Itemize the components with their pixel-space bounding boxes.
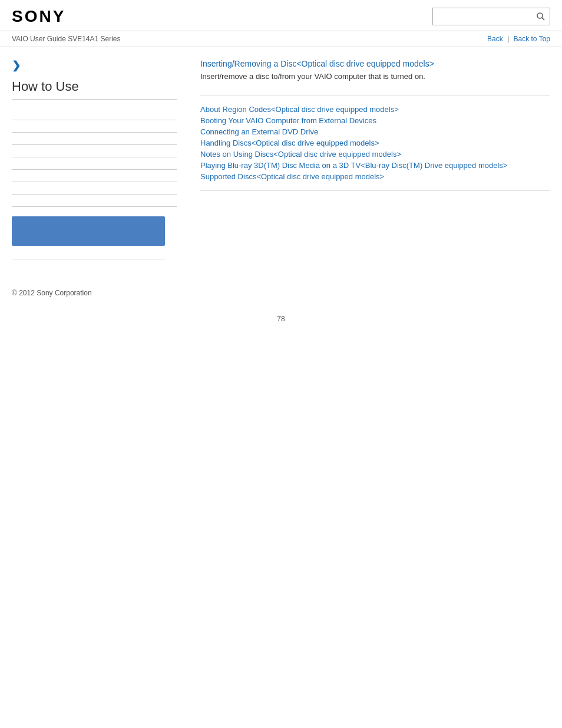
list-item: Connecting an External DVD Drive [200,127,550,136]
sidebar: ❯ How to Use [12,59,189,259]
search-icon [535,11,546,22]
sidebar-blue-box [12,216,165,246]
footer: © 2012 Sony Corporation [0,271,562,303]
guide-title: VAIO User Guide SVE14A1 Series [12,35,121,43]
list-item: Supported Discs<Optical disc drive equip… [200,172,550,181]
main-content-link[interactable]: Inserting/Removing a Disc<Optical disc d… [200,59,550,68]
sidebar-menu-item-6[interactable] [12,170,177,182]
sidebar-menu-item-2[interactable] [12,120,177,133]
content-link-4[interactable]: Handling Discs<Optical disc drive equipp… [200,139,379,147]
list-item: Booting Your VAIO Computer from External… [200,116,550,125]
sidebar-arrow[interactable]: ❯ [12,59,177,72]
search-box[interactable] [432,8,550,25]
sidebar-menu [12,108,177,207]
svg-point-0 [537,13,543,18]
sidebar-menu-item-1[interactable] [12,108,177,120]
sony-logo: SONY [12,7,65,26]
content-divider-bottom [200,190,550,191]
sidebar-menu-item-4[interactable] [12,145,177,157]
content-description: Insert/remove a disc to/from your VAIO c… [200,72,550,81]
content-link-1[interactable]: About Region Codes<Optical disc drive eq… [200,105,399,114]
sidebar-menu-item-8[interactable] [12,195,177,207]
subheader: VAIO User Guide SVE14A1 Series Back | Ba… [0,31,562,47]
sidebar-heading: How to Use [12,79,177,100]
content-link-5[interactable]: Notes on Using Discs<Optical disc drive … [200,150,401,159]
list-item: Playing Blu-ray 3D(TM) Disc Media on a 3… [200,161,550,170]
back-link[interactable]: Back [487,35,503,43]
sidebar-menu-item-5[interactable] [12,157,177,170]
content-link-3[interactable]: Connecting an External DVD Drive [200,127,318,136]
copyright-text: © 2012 Sony Corporation [12,289,550,297]
content-link-6[interactable]: Playing Blu-ray 3D(TM) Disc Media on a 3… [200,161,507,170]
nav-separator: | [507,35,509,43]
svg-line-1 [542,18,544,20]
sidebar-menu-item-3[interactable] [12,133,177,145]
content-divider-top [200,95,550,95]
sidebar-bottom-line [12,254,165,259]
content-link-7[interactable]: Supported Discs<Optical disc drive equip… [200,172,384,181]
list-item: Notes on Using Discs<Optical disc drive … [200,150,550,159]
content-link-2[interactable]: Booting Your VAIO Computer from External… [200,116,376,125]
header: SONY [0,0,562,31]
page-number: 78 [0,303,562,329]
content-links-list: About Region Codes<Optical disc drive eq… [200,105,550,181]
list-item: About Region Codes<Optical disc drive eq… [200,105,550,114]
content-area: Inserting/Removing a Disc<Optical disc d… [189,59,550,259]
sidebar-menu-item-7[interactable] [12,182,177,195]
list-item: Handling Discs<Optical disc drive equipp… [200,139,550,147]
back-to-top-link[interactable]: Back to Top [514,35,550,43]
nav-links: Back | Back to Top [487,35,550,43]
main-container: ❯ How to Use Inserting/Removing a Disc<O… [0,47,562,271]
